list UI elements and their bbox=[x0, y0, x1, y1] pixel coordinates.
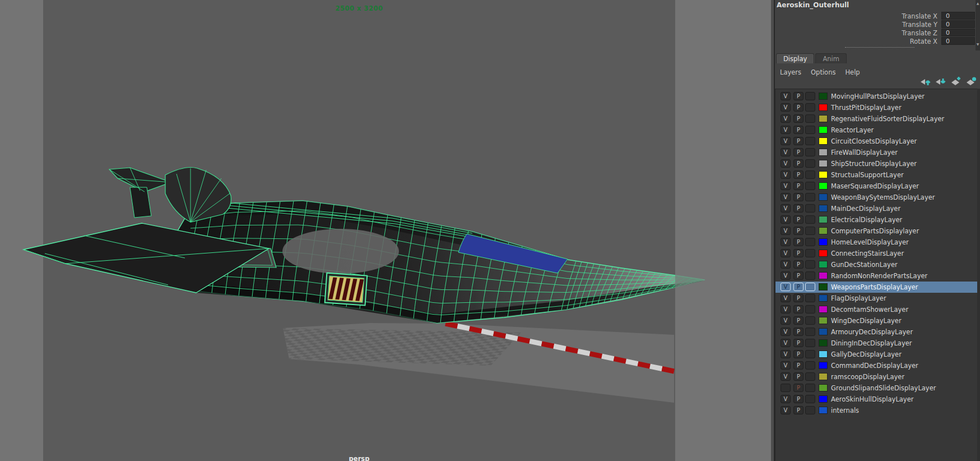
layer-row[interactable]: V P WeaponBaySytemsDisplayLayer bbox=[775, 192, 980, 203]
layer-extra-toggle[interactable] bbox=[805, 406, 815, 414]
layer-row[interactable]: V P RegenativeFluidSorterDisplayLayer bbox=[775, 113, 980, 125]
translate-z-field[interactable]: 0 bbox=[941, 29, 975, 36]
layer-visibility-toggle[interactable]: V bbox=[781, 137, 791, 145]
layer-extra-toggle[interactable] bbox=[805, 193, 815, 201]
layer-extra-toggle[interactable] bbox=[805, 260, 815, 269]
move-layer-down-icon[interactable] bbox=[935, 77, 948, 87]
layer-extra-toggle[interactable] bbox=[805, 159, 815, 168]
layer-extra-toggle[interactable] bbox=[805, 328, 815, 336]
layer-color-swatch[interactable] bbox=[819, 137, 828, 145]
layer-visibility-toggle[interactable]: V bbox=[781, 114, 791, 123]
layer-color-swatch[interactable] bbox=[819, 149, 828, 156]
layer-visibility-toggle[interactable]: V bbox=[781, 294, 791, 302]
layer-playback-toggle[interactable]: P bbox=[793, 283, 803, 291]
layer-playback-toggle[interactable]: P bbox=[793, 361, 803, 370]
layer-color-swatch[interactable] bbox=[819, 373, 828, 380]
layer-playback-toggle[interactable]: P bbox=[793, 395, 803, 403]
layer-playback-toggle[interactable]: P bbox=[793, 294, 803, 302]
layer-visibility-toggle[interactable]: V bbox=[781, 170, 791, 179]
layer-color-swatch[interactable] bbox=[819, 126, 828, 133]
layer-row[interactable]: V P StructualSupportLayer bbox=[775, 169, 980, 181]
layer-extra-toggle[interactable] bbox=[805, 126, 815, 134]
layer-playback-toggle[interactable]: P bbox=[793, 227, 803, 235]
layer-playback-toggle[interactable]: P bbox=[793, 271, 803, 280]
layer-extra-toggle[interactable] bbox=[805, 372, 815, 381]
move-layer-up-icon[interactable] bbox=[920, 77, 932, 87]
layer-color-swatch[interactable] bbox=[819, 306, 828, 313]
layer-visibility-toggle[interactable]: V bbox=[781, 271, 791, 280]
layer-visibility-toggle[interactable]: V bbox=[781, 182, 791, 190]
layer-row[interactable]: V P WingDecDisplayLayer bbox=[775, 315, 980, 326]
layer-color-swatch[interactable] bbox=[819, 339, 828, 347]
layer-row[interactable]: V P ConnectingStairsLayer bbox=[775, 248, 980, 259]
layer-playback-toggle[interactable]: P bbox=[793, 406, 803, 414]
layer-row[interactable]: V P MovingHullPartsDisplayLayer bbox=[775, 91, 980, 102]
layer-row[interactable]: V P FireWallDisplayLayer bbox=[775, 147, 980, 158]
layer-visibility-toggle[interactable]: V bbox=[781, 328, 791, 336]
layer-row[interactable]: V P FlagDisplayLayer bbox=[775, 293, 980, 304]
layer-color-swatch[interactable] bbox=[819, 171, 828, 178]
layer-playback-toggle[interactable]: P bbox=[793, 103, 803, 112]
layer-row[interactable]: V P DiningInDecDisplayLayer bbox=[775, 338, 980, 349]
create-layer-from-selected-icon[interactable] bbox=[965, 77, 978, 87]
layer-visibility-toggle[interactable]: V bbox=[781, 361, 791, 370]
layer-extra-toggle[interactable] bbox=[805, 170, 815, 179]
layer-visibility-toggle[interactable]: V bbox=[781, 126, 791, 134]
layer-visibility-toggle[interactable]: V bbox=[781, 260, 791, 269]
layer-extra-toggle[interactable] bbox=[805, 238, 815, 246]
tab-anim[interactable]: Anim bbox=[815, 53, 847, 63]
layer-visibility-toggle[interactable]: V bbox=[781, 103, 791, 112]
layer-visibility-toggle[interactable]: V bbox=[781, 249, 791, 257]
layer-visibility-toggle[interactable]: V bbox=[781, 339, 791, 347]
layer-visibility-toggle[interactable] bbox=[781, 384, 791, 392]
layer-color-swatch[interactable] bbox=[819, 362, 828, 369]
layer-list-scrollbar[interactable] bbox=[977, 89, 980, 461]
layer-extra-toggle[interactable] bbox=[805, 137, 815, 145]
layer-color-swatch[interactable] bbox=[819, 238, 828, 246]
layer-visibility-toggle[interactable]: V bbox=[781, 159, 791, 168]
layer-visibility-toggle[interactable]: V bbox=[781, 238, 791, 246]
menu-layers[interactable]: Layers bbox=[780, 68, 801, 76]
layer-visibility-toggle[interactable]: V bbox=[781, 92, 791, 100]
layer-row[interactable]: V P AeroSkinHullDisplayLayer bbox=[775, 394, 980, 405]
layer-color-swatch[interactable] bbox=[819, 193, 828, 201]
layer-visibility-toggle[interactable]: V bbox=[781, 305, 791, 314]
layer-playback-toggle[interactable]: P bbox=[793, 114, 803, 123]
layer-playback-toggle[interactable]: P bbox=[793, 316, 803, 325]
layer-row[interactable]: V P ShipStructureDisplayLayer bbox=[775, 158, 980, 169]
layer-row[interactable]: V P ComputerPartsDisplaylayer bbox=[775, 225, 980, 237]
layer-visibility-toggle[interactable]: V bbox=[781, 316, 791, 325]
layer-color-swatch[interactable] bbox=[819, 317, 828, 324]
menu-help[interactable]: Help bbox=[845, 68, 860, 76]
layer-row[interactable]: V P ThrustPitDisplayLayer bbox=[775, 102, 980, 113]
layer-extra-toggle[interactable] bbox=[805, 395, 815, 403]
layer-row[interactable]: P GroundSlipandSlideDisplayLayer bbox=[775, 382, 980, 394]
layer-extra-toggle[interactable] bbox=[805, 103, 815, 112]
layer-playback-toggle[interactable]: P bbox=[793, 328, 803, 336]
layer-playback-toggle[interactable]: P bbox=[793, 215, 803, 224]
menu-options[interactable]: Options bbox=[811, 68, 835, 76]
layer-color-swatch[interactable] bbox=[819, 216, 828, 223]
layer-playback-toggle[interactable]: P bbox=[793, 170, 803, 179]
layer-visibility-toggle[interactable]: V bbox=[781, 193, 791, 201]
layer-color-swatch[interactable] bbox=[819, 384, 828, 391]
layer-color-swatch[interactable] bbox=[819, 93, 828, 100]
rotate-x-field[interactable]: 0 bbox=[941, 37, 975, 45]
layer-color-swatch[interactable] bbox=[819, 294, 828, 302]
layer-extra-toggle[interactable] bbox=[805, 271, 815, 280]
layer-playback-toggle[interactable]: P bbox=[793, 260, 803, 269]
layer-color-swatch[interactable] bbox=[819, 182, 828, 190]
layer-playback-toggle[interactable]: P bbox=[793, 372, 803, 381]
layer-row[interactable]: V P GunDecStationLayer bbox=[775, 259, 980, 270]
layer-playback-toggle[interactable]: P bbox=[793, 126, 803, 134]
layer-row[interactable]: V P GallyDecDisplayLayer bbox=[775, 349, 980, 360]
layer-visibility-toggle[interactable]: V bbox=[781, 215, 791, 224]
layer-color-swatch[interactable] bbox=[819, 160, 828, 167]
layer-visibility-toggle[interactable]: V bbox=[781, 350, 791, 358]
layer-visibility-toggle[interactable]: V bbox=[781, 283, 791, 291]
scroll-up-icon[interactable]: ▲ bbox=[976, 1, 980, 6]
layer-visibility-toggle[interactable]: V bbox=[781, 395, 791, 403]
layer-extra-toggle[interactable] bbox=[805, 294, 815, 302]
layer-extra-toggle[interactable] bbox=[805, 283, 815, 291]
layer-color-swatch[interactable] bbox=[819, 407, 828, 414]
